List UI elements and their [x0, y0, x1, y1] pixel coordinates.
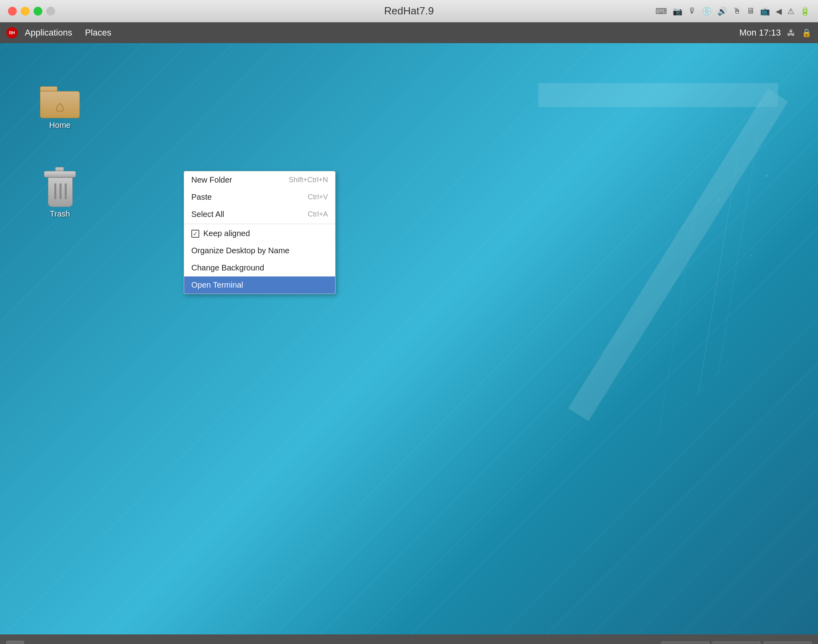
back-icon: ◀ — [776, 6, 782, 16]
svg-line-5 — [718, 135, 758, 375]
select-all-label: Select All — [191, 210, 224, 219]
places-menu[interactable]: Places — [79, 26, 117, 40]
maximize-button[interactable] — [34, 7, 42, 16]
topbar: RH Applications Places Mon 17:13 🖧 🔒 — [0, 22, 818, 43]
cursor-icon: 🖱 — [733, 6, 741, 16]
redhat-logo: RH — [6, 27, 18, 38]
mic-icon: 🎙 — [688, 6, 696, 16]
disc-icon: 💿 — [702, 6, 712, 16]
keep-aligned-checkbox: ✓ — [191, 230, 199, 238]
svg-rect-9 — [718, 199, 720, 201]
battery-icon: 🔋 — [800, 6, 810, 16]
keyboard-icon: ⌨ — [655, 6, 667, 16]
topbar-left: RH Applications Places — [6, 26, 117, 40]
svg-line-6 — [658, 195, 698, 435]
lock-icon: 🔒 — [802, 28, 812, 38]
svg-text:RH: RH — [9, 31, 15, 35]
separator-1 — [184, 224, 335, 224]
svg-line-4 — [698, 155, 738, 395]
trash-graphic — [44, 170, 76, 207]
taskbar-right-1[interactable] — [661, 642, 709, 644]
context-menu-paste[interactable]: Paste Ctrl+V — [184, 189, 335, 206]
context-menu-organize[interactable]: Organize Desktop by Name — [184, 242, 335, 259]
trash-icon-label: Trash — [50, 209, 70, 219]
home-icon[interactable]: ⌂ Home — [32, 83, 88, 133]
change-background-label: Change Background — [191, 263, 264, 272]
show-desktop-button[interactable]: ⊞ — [6, 641, 24, 644]
context-menu-change-background[interactable]: Change Background — [184, 259, 335, 276]
context-menu-open-terminal[interactable]: Open Terminal — [184, 276, 335, 294]
svg-rect-8 — [766, 175, 768, 177]
warning-icon: ⚠ — [787, 6, 794, 16]
select-all-shortcut: Ctrl+A — [308, 210, 328, 219]
titlebar: RedHat7.9 ⌨ 📷 🎙 💿 🔊 🖱 🖥 📺 ◀ ⚠ 🔋 — [0, 0, 818, 22]
new-folder-shortcut: Shift+Ctrl+N — [289, 176, 328, 184]
svg-line-3 — [578, 95, 778, 415]
camera-icon: 📷 — [673, 6, 683, 16]
window-controls — [8, 7, 55, 16]
context-menu-select-all[interactable]: Select All Ctrl+A — [184, 206, 335, 223]
desktop-decoration — [459, 75, 818, 435]
taskbar-bottom: ⊞ — [0, 634, 818, 644]
extra-button[interactable] — [46, 7, 55, 16]
keep-aligned-label: Keep aligned — [203, 229, 250, 238]
context-menu-keep-aligned[interactable]: ✓ Keep aligned — [184, 225, 335, 242]
context-menu-new-folder[interactable]: New Folder Shift+Ctrl+N — [184, 171, 335, 189]
network-icon: 🖧 — [787, 28, 795, 38]
taskbar-right-2[interactable] — [713, 642, 760, 644]
paste-shortcut: Ctrl+V — [308, 193, 328, 201]
context-menu: New Folder Shift+Ctrl+N Paste Ctrl+V Sel… — [184, 171, 336, 294]
svg-rect-7 — [770, 123, 772, 125]
speaker-icon: 🔊 — [717, 6, 727, 16]
taskbar-right-3[interactable] — [764, 642, 812, 644]
trash-icon[interactable]: Trash — [32, 167, 88, 222]
clock: Mon 17:13 — [739, 28, 781, 38]
home-icon-label: Home — [49, 121, 70, 130]
organize-label: Organize Desktop by Name — [191, 246, 290, 255]
screen-icon: 📺 — [760, 6, 770, 16]
home-folder-graphic: ⌂ — [40, 86, 80, 118]
open-terminal-label: Open Terminal — [191, 280, 243, 290]
paste-label: Paste — [191, 193, 212, 202]
monitor-icon: 🖥 — [747, 6, 754, 16]
titlebar-icons: ⌨ 📷 🎙 💿 🔊 🖱 🖥 📺 ◀ ⚠ 🔋 — [655, 6, 810, 16]
new-folder-label: New Folder — [191, 175, 232, 185]
svg-rect-10 — [750, 255, 752, 256]
minimize-button[interactable] — [21, 7, 30, 16]
topbar-right: Mon 17:13 🖧 🔒 — [739, 28, 812, 38]
applications-menu[interactable]: Applications — [19, 26, 78, 40]
close-button[interactable] — [8, 7, 17, 16]
window-title: RedHat7.9 — [384, 5, 434, 17]
desktop[interactable]: ⌂ Home Trash New Folder Shift+Ctrl+N — [0, 43, 818, 634]
